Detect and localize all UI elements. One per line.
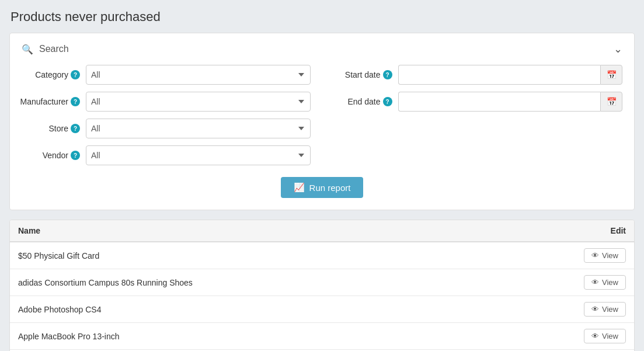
table-header-row: Name Edit: [10, 220, 634, 242]
chevron-down-icon: ⌄: [614, 43, 622, 55]
edit-cell: 👁View: [576, 269, 634, 296]
end-date-row: End date ? 📅: [334, 92, 623, 112]
store-row: Store ? All: [22, 119, 311, 138]
view-button[interactable]: 👁View: [584, 302, 626, 317]
start-date-wrap: 📅: [398, 65, 623, 85]
eye-icon: 👁: [591, 332, 599, 340]
view-label: View: [602, 305, 618, 314]
manufacturer-select[interactable]: All: [86, 92, 311, 112]
calendar-icon: 📅: [607, 97, 617, 106]
eye-icon: 👁: [591, 305, 599, 314]
search-icon: 🔍: [22, 44, 33, 55]
filters-right: Start date ? 📅 End date ?: [334, 65, 623, 165]
vendor-row: Vendor ? All: [22, 145, 311, 165]
start-date-help-icon[interactable]: ?: [383, 70, 392, 79]
edit-cell: 👁View: [576, 323, 634, 350]
manufacturer-label: Manufacturer ?: [22, 97, 86, 106]
end-date-help-icon[interactable]: ?: [383, 97, 392, 106]
view-label: View: [602, 278, 618, 287]
end-date-wrap: 📅: [398, 92, 623, 112]
edit-cell: 👁View: [576, 296, 634, 323]
category-row: Category ? All: [22, 65, 311, 85]
start-date-input[interactable]: [398, 65, 601, 85]
search-bar[interactable]: 🔍 Search ⌄: [22, 43, 622, 55]
manufacturer-help-icon[interactable]: ?: [71, 97, 80, 106]
table-row: $50 Physical Gift Card👁View: [10, 242, 634, 269]
page-title: Products never purchased: [9, 9, 635, 25]
filters-left: Category ? All Manufacturer ? All: [22, 65, 311, 165]
end-date-input[interactable]: [398, 92, 601, 112]
vendor-select[interactable]: All: [86, 145, 311, 165]
run-report-wrap: 📈 Run report: [22, 177, 622, 198]
view-label: View: [602, 332, 618, 340]
product-name-cell: Adobe Photoshop CS4: [10, 296, 576, 323]
results-panel: Name Edit $50 Physical Gift Card👁Viewadi…: [9, 220, 635, 351]
search-label: Search: [39, 44, 69, 54]
end-date-calendar-button[interactable]: 📅: [600, 92, 622, 112]
eye-icon: 👁: [591, 251, 599, 260]
table-row: adidas Consortium Campus 80s Running Sho…: [10, 269, 634, 296]
name-column-header: Name: [10, 220, 576, 242]
manufacturer-row: Manufacturer ? All: [22, 92, 311, 112]
view-label: View: [602, 251, 618, 260]
results-table: Name Edit $50 Physical Gift Card👁Viewadi…: [10, 220, 634, 351]
view-button[interactable]: 👁View: [584, 275, 626, 290]
chart-icon: 📈: [294, 182, 305, 193]
product-name-cell: adidas Consortium Campus 80s Running Sho…: [10, 269, 576, 296]
category-help-icon[interactable]: ?: [71, 70, 80, 79]
view-button[interactable]: 👁View: [584, 329, 626, 343]
store-select[interactable]: All: [86, 119, 311, 138]
edit-cell: 👁View: [576, 242, 634, 269]
start-date-row: Start date ? 📅: [334, 65, 623, 85]
category-select[interactable]: All: [86, 65, 311, 85]
store-help-icon[interactable]: ?: [71, 124, 80, 133]
calendar-icon: 📅: [607, 70, 617, 79]
filters-grid: Category ? All Manufacturer ? All: [22, 65, 622, 165]
vendor-help-icon[interactable]: ?: [71, 151, 80, 160]
eye-icon: 👁: [591, 278, 599, 287]
search-panel: 🔍 Search ⌄ Category ? All Manufacturer: [9, 33, 635, 210]
start-date-calendar-button[interactable]: 📅: [600, 65, 622, 85]
store-label: Store ?: [22, 124, 86, 133]
product-name-cell: $50 Physical Gift Card: [10, 242, 576, 269]
table-row: Adobe Photoshop CS4👁View: [10, 296, 634, 323]
run-report-button[interactable]: 📈 Run report: [281, 177, 364, 198]
table-row: Apple MacBook Pro 13-inch👁View: [10, 323, 634, 350]
category-label: Category ?: [22, 70, 86, 79]
view-button[interactable]: 👁View: [584, 248, 626, 263]
edit-column-header: Edit: [576, 220, 634, 242]
product-name-cell: Apple MacBook Pro 13-inch: [10, 323, 576, 350]
vendor-label: Vendor ?: [22, 151, 86, 160]
end-date-label: End date ?: [334, 97, 398, 106]
start-date-label: Start date ?: [334, 70, 398, 79]
run-report-label: Run report: [309, 183, 351, 193]
